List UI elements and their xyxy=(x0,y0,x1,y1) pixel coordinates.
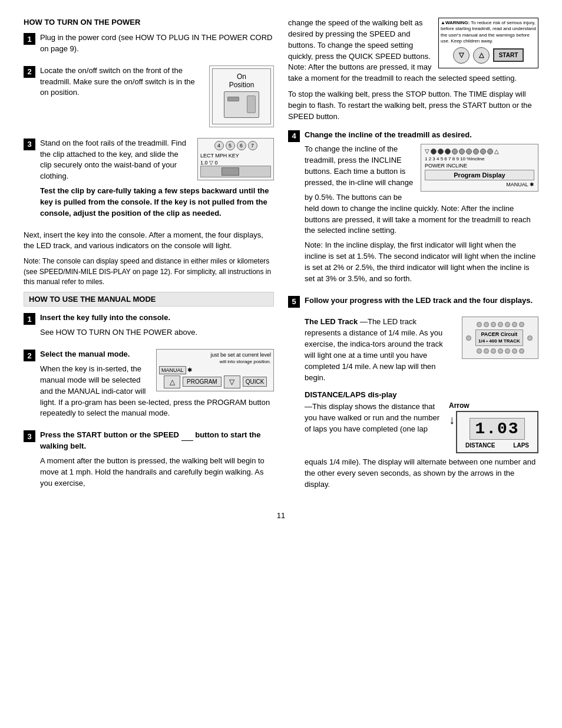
manual-step1-item: 1 Insert the key fully into the console.… xyxy=(24,312,274,342)
down-btn[interactable]: ▽ xyxy=(453,47,470,64)
incline-dot-9 xyxy=(487,149,493,154)
step3-bold: Test the clip by care-fully taking a few… xyxy=(40,186,269,218)
incline-triangle: ▽ xyxy=(425,148,429,154)
incline-numbers-row: ▽ △ xyxy=(425,148,534,154)
led-center-text: PACER Circuit 1/4 • 400 M TRACK xyxy=(475,330,523,346)
manual-step3-item: 3 Press the START button or the SPEED bu… xyxy=(24,430,274,492)
led-dot-t2 xyxy=(484,322,489,327)
step4-note: Note: In the incline display, the first … xyxy=(305,240,538,284)
led-dot-b2 xyxy=(484,348,489,354)
step2-badge: 2 xyxy=(24,66,35,78)
incline-dot-7 xyxy=(473,149,479,154)
manual-step2-bold: Select the manual mode. xyxy=(40,350,130,358)
step4-item: 4 Change the incline of the treadmill as… xyxy=(288,130,538,288)
on-label: On xyxy=(219,73,265,81)
manual-box-text: just be set at current levelwill into st… xyxy=(159,352,271,365)
step1-content: Plug in the power cord (see HOW TO PLUG … xyxy=(40,32,274,58)
note-text: Note: The console can display speed and … xyxy=(24,256,274,287)
led-dot-t5 xyxy=(505,322,510,327)
on-position-figure: On Position xyxy=(209,65,274,127)
warning-box: ▲WARNING: To reduce risk of serious inju… xyxy=(438,18,538,68)
laps-label: LAPS xyxy=(513,442,529,449)
warning-title: ▲WARNING: xyxy=(441,20,470,25)
led-dot-t1 xyxy=(477,322,482,327)
distance-text2: equals 1/4 mile). The display will alter… xyxy=(305,457,538,490)
led-dot-b3 xyxy=(491,348,496,354)
step5-content: Follow your progress with the LED track … xyxy=(305,295,538,310)
distance-text1: —This display shows the distance that yo… xyxy=(305,401,442,435)
step5-badge: 5 xyxy=(288,296,300,308)
step3-content: 4 5 6 7 LECT MPH KEY 1.0 ▽ 0 xyxy=(40,138,274,223)
mph-key-box: 4 5 6 7 LECT MPH KEY 1.0 ▽ 0 xyxy=(197,138,274,180)
led-track-figure: PACER Circuit 1/4 • 400 M TRACK xyxy=(462,317,538,383)
led-track-section: The LED Track —The LED track represents … xyxy=(305,317,538,383)
manual-step2-badge: 2 xyxy=(24,350,35,361)
step1-badge: 1 xyxy=(24,33,35,45)
control-buttons: ▽ △ START xyxy=(441,47,536,64)
arrow-indicator-row: ↓ 1.03 DISTANCE LAPS xyxy=(449,411,538,453)
quick-btn[interactable]: QUICK xyxy=(243,377,267,387)
led-dot-l1 xyxy=(466,335,471,341)
arrow-text: Arrow xyxy=(449,401,470,410)
distance-section-title: DISTANCE/LAPS dis-play xyxy=(305,390,538,399)
mph-values-row: 1.0 ▽ 0 xyxy=(200,160,271,166)
manual-step3-text: A moment after the button is pressed, th… xyxy=(40,456,274,489)
distance-box: 1.03 DISTANCE LAPS xyxy=(456,411,538,453)
arrow-label: Arrow xyxy=(449,401,538,410)
manual-step1-text: See HOW TO TURN ON THE POWER above. xyxy=(40,327,274,338)
mph-key-label: LECT MPH KEY xyxy=(200,153,271,159)
incline-dot-2 xyxy=(438,149,444,154)
manual-indicator-row: MANUAL ✱ xyxy=(159,366,271,374)
distance-section: DISTANCE/LAPS dis-play —This display sho… xyxy=(305,390,538,490)
step4-badge: 4 xyxy=(288,130,300,142)
led-dot-b6 xyxy=(512,348,517,354)
step2-content: On Position Locate the on/off switch on … xyxy=(40,65,274,131)
incline-dot-6 xyxy=(466,149,472,154)
step4-bold: Change the incline of the treadmill as d… xyxy=(305,130,472,139)
led-track-title: The LED Track xyxy=(305,317,358,326)
incline-numbers-label: 1 2 3 4 5 6 7 8 9 10 %Incline xyxy=(425,156,534,162)
program-btn[interactable]: PROGRAM xyxy=(183,377,222,387)
incline-dot-4 xyxy=(452,149,458,154)
incline-dot-5 xyxy=(459,149,465,154)
right-intro: ▲WARNING: To reduce risk of serious inju… xyxy=(288,18,538,89)
up-speed-btn[interactable]: △ xyxy=(164,375,180,388)
mph-slider xyxy=(200,166,271,177)
step3-cont-text: Next, insert the key into the console. A… xyxy=(24,230,274,252)
stop-text: To stop the walking belt, press the STOP… xyxy=(288,89,538,123)
bottom-led-row xyxy=(466,348,534,354)
mph-circle-4: 4 xyxy=(214,141,224,150)
step4-content: Change the incline of the treadmill as d… xyxy=(305,130,538,288)
manual-step1-badge: 1 xyxy=(24,313,35,325)
section1-title: HOW TO TURN ON THE POWER xyxy=(24,18,274,27)
manual-step1-bold: Insert the key fully into the console. xyxy=(40,313,170,322)
step5-bold: Follow your progress with the LED track … xyxy=(305,296,533,305)
distance-content-row: —This display shows the distance that yo… xyxy=(305,401,538,453)
distance-figure: Arrow ↓ 1.03 DISTANCE LAPS xyxy=(449,401,538,453)
led-dot-b7 xyxy=(519,348,524,354)
led-dot-t7 xyxy=(519,322,524,327)
step3-item: 3 4 5 6 7 LECT MPH KEY 1.0 ▽ 0 xyxy=(24,138,274,223)
manual-mode-figure: just be set at current levelwill into st… xyxy=(156,349,274,391)
mph-values: 1.0 ▽ 0 xyxy=(200,160,218,166)
incline-dot-8 xyxy=(480,149,486,154)
led-dot-t4 xyxy=(498,322,503,327)
led-dot-b5 xyxy=(505,348,510,354)
led-track-text: The LED Track —The LED track represents … xyxy=(305,317,455,383)
incline-box: ▽ △ 1 2 3 4 5 6 7 8 xyxy=(421,144,538,192)
step2-item: 2 On Position Locate the on/off switch o… xyxy=(24,65,274,131)
manual-step1-content: Insert the key fully into the console. S… xyxy=(40,312,274,342)
down-arrow-icon: ↓ xyxy=(449,413,455,427)
manual-label-box: MANUAL xyxy=(159,366,186,374)
step4-text2: by 0.5%. The buttons can be held down to… xyxy=(305,192,538,236)
down-speed-btn[interactable]: ▽ xyxy=(224,375,240,388)
on-position-box: On Position xyxy=(212,68,271,124)
up-btn[interactable]: △ xyxy=(473,47,490,64)
manual-step2-content: just be set at current levelwill into st… xyxy=(40,349,274,423)
pacer-label: PACER Circuit xyxy=(478,331,520,338)
start-btn[interactable]: START xyxy=(493,48,524,62)
distance-text-col: —This display shows the distance that yo… xyxy=(305,401,442,453)
manual-badge: MANUAL ✱ xyxy=(425,182,534,187)
distance-labels: DISTANCE LAPS xyxy=(463,442,531,449)
power-incline-label: POWER INCLINE xyxy=(425,163,534,169)
